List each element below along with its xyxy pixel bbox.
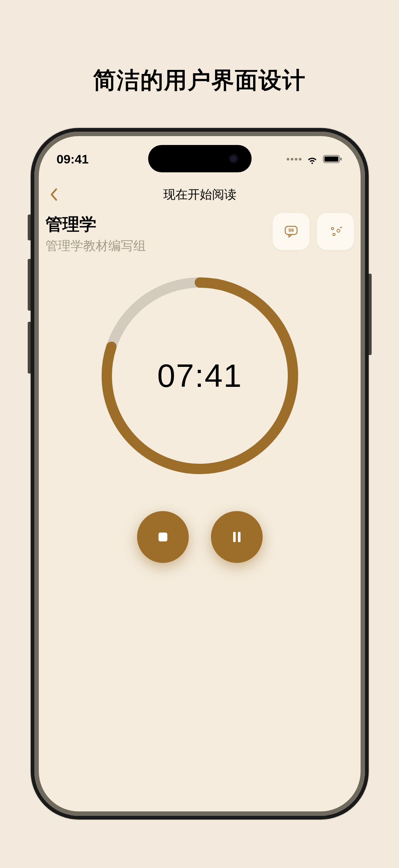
cellular-dots-icon — [287, 158, 301, 161]
pause-icon — [229, 529, 245, 545]
timer-circle: 07:41 — [96, 272, 303, 479]
marketing-headline: 简洁的用户界面设计 — [0, 65, 399, 96]
chevron-left-icon — [50, 188, 58, 201]
svg-rect-2 — [340, 158, 342, 161]
wifi-icon — [306, 153, 318, 165]
book-info: 管理学 管理学教材编写组 — [45, 213, 273, 254]
status-bar: 09:41 — [34, 148, 365, 170]
svg-point-7 — [333, 233, 335, 236]
svg-point-5 — [331, 227, 334, 230]
svg-rect-12 — [238, 532, 241, 542]
book-subtitle: 管理学教材编写组 — [45, 237, 273, 254]
back-button[interactable] — [45, 186, 62, 203]
svg-text:99: 99 — [289, 227, 294, 233]
phone-frame: 09:41 现在开始阅读 管理学 管理学教材编写组 9 — [31, 128, 369, 820]
svg-rect-10 — [158, 533, 167, 541]
status-time: 09:41 — [57, 152, 89, 166]
svg-rect-11 — [233, 532, 236, 542]
notes-button[interactable]: 99 — [273, 213, 310, 250]
comment-icon: 99 — [283, 223, 299, 240]
header-actions: 99 — [273, 213, 354, 250]
battery-icon — [323, 154, 343, 164]
stop-button[interactable] — [137, 511, 189, 563]
book-title: 管理学 — [45, 213, 273, 236]
nav-bar: 现在开始阅读 — [34, 183, 365, 206]
svg-point-6 — [337, 229, 340, 232]
stop-icon — [155, 529, 171, 545]
pause-button[interactable] — [211, 511, 263, 563]
sparkle-button[interactable] — [317, 213, 354, 250]
nav-title: 现在开始阅读 — [163, 186, 236, 203]
svg-rect-1 — [324, 156, 338, 162]
status-indicators — [287, 153, 343, 165]
sparkle-icon — [327, 223, 344, 240]
book-header: 管理学 管理学教材编写组 99 — [45, 213, 354, 254]
player-controls — [137, 511, 263, 563]
timer-display: 07:41 — [157, 357, 242, 395]
